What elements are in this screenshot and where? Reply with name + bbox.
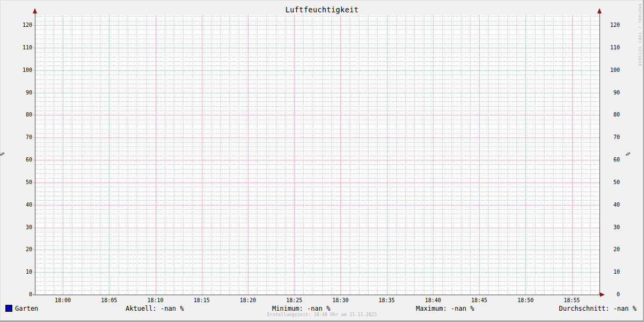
grid-minor-h xyxy=(35,88,599,89)
x-axis-label: 18:40 xyxy=(420,297,447,303)
y-axis-label-left: 120 xyxy=(10,23,32,28)
grid-major-h xyxy=(33,48,599,48)
grid-minor-h xyxy=(35,57,599,57)
grid-minor-h xyxy=(35,218,599,219)
grid-minor-v xyxy=(331,15,332,295)
grid-minor-h xyxy=(35,124,599,125)
grid-minor-v xyxy=(414,15,415,295)
grid-major-h xyxy=(33,93,599,93)
grid-minor-h xyxy=(35,39,599,39)
stat-aktuell: Aktuell: -nan % xyxy=(126,305,184,312)
grid-minor-h xyxy=(35,16,599,17)
x-axis-label: 18:00 xyxy=(49,297,76,303)
grid-minor-v xyxy=(303,15,304,295)
grid-minor-h xyxy=(35,209,599,210)
grid-minor-h xyxy=(35,259,599,259)
grid-major-h xyxy=(33,272,599,273)
grid-minor-h xyxy=(35,43,599,44)
x-axis-label: 18:30 xyxy=(327,297,354,303)
rrdtool-watermark: RRDTOOL / TOBI OETIKER xyxy=(638,4,642,67)
grid-minor-h xyxy=(35,101,599,102)
grid-minor-h xyxy=(35,241,599,241)
grid-major-h xyxy=(33,228,599,228)
grid-minor-h xyxy=(35,178,599,179)
grid-minor-v xyxy=(137,15,137,295)
grid-major-h xyxy=(33,205,599,206)
grid-minor-h xyxy=(35,214,599,214)
grid-minor-v xyxy=(211,15,211,295)
grid-minor-h xyxy=(35,34,599,35)
grid-minor-v xyxy=(165,15,165,295)
grid-major-v xyxy=(109,15,109,295)
grid-major-v xyxy=(525,15,526,295)
grid-minor-v xyxy=(470,15,471,295)
y-axis-label-right: 60 xyxy=(603,157,620,163)
y-axis-label-right: 20 xyxy=(603,247,620,252)
grid-major-v xyxy=(340,15,341,295)
grid-minor-h xyxy=(35,106,599,107)
y-axis-label-left: 40 xyxy=(10,202,32,208)
grid-minor-h xyxy=(35,65,599,66)
grid-minor-v xyxy=(45,15,45,295)
grid-minor-v xyxy=(100,15,100,295)
y-axis-label-right: 0 xyxy=(603,292,620,297)
grid-minor-v xyxy=(396,15,397,295)
grid-minor-h xyxy=(35,286,599,286)
y-axis-label-left: 80 xyxy=(10,112,32,118)
grid-minor-v xyxy=(220,15,221,295)
x-axis-label: 18:05 xyxy=(96,297,122,303)
y-axis-arrow-right xyxy=(597,8,602,13)
grid-minor-h xyxy=(35,79,599,80)
grid-minor-v xyxy=(544,15,545,295)
grid-major-h xyxy=(33,115,599,115)
grid-minor-h xyxy=(35,142,599,143)
y-axis-label-left: 10 xyxy=(10,269,32,275)
grid-minor-v xyxy=(257,15,258,295)
legend-swatch-garten xyxy=(5,305,12,312)
y-axis-label-left: 0 xyxy=(10,292,32,297)
y-axis-label-right: 100 xyxy=(603,68,620,73)
rrdtool-graph: Luftfeuchtigkeit RRDTOOL / TOBI OETIKER … xyxy=(0,0,644,322)
grid-minor-v xyxy=(174,15,174,295)
grid-minor-v xyxy=(276,15,276,295)
grid-minor-h xyxy=(35,200,599,201)
grid-minor-h xyxy=(35,169,599,170)
grid-minor-v xyxy=(229,15,230,295)
grid-minor-v xyxy=(239,15,239,295)
x-axis-label: 18:45 xyxy=(466,297,493,303)
y-axis-label-right: 90 xyxy=(603,90,620,96)
grid-minor-h xyxy=(35,75,599,75)
grid-minor-v xyxy=(313,15,313,295)
grid-minor-v xyxy=(350,15,350,295)
grid-minor-h xyxy=(35,97,599,98)
grid-minor-v xyxy=(322,15,323,295)
grid-minor-v xyxy=(72,15,72,295)
y-axis-left xyxy=(35,11,35,295)
y-axis-unit-left: % xyxy=(0,152,6,156)
grid-minor-h xyxy=(35,111,599,111)
grid-minor-h xyxy=(35,61,599,62)
grid-minor-v xyxy=(553,15,554,295)
grid-minor-h xyxy=(35,268,599,268)
grid-minor-h xyxy=(35,156,599,156)
creation-time: Erstellungszeit: 18:48 Uhr am 11.11.2025 xyxy=(0,312,644,317)
grid-minor-v xyxy=(488,15,489,295)
y-axis-label-right: 80 xyxy=(603,112,620,118)
y-axis-label-right: 30 xyxy=(603,225,620,230)
grid-minor-h xyxy=(35,245,599,246)
grid-minor-v xyxy=(54,15,54,295)
grid-minor-v xyxy=(424,15,425,295)
grid-minor-h xyxy=(35,129,599,129)
grid-minor-h xyxy=(35,84,599,84)
grid-minor-h xyxy=(35,147,599,147)
grid-major-h xyxy=(33,182,599,183)
grid-minor-v xyxy=(119,15,119,295)
grid-minor-v xyxy=(590,15,591,295)
x-axis-label: 18:20 xyxy=(235,297,261,303)
grid-minor-v xyxy=(451,15,452,295)
y-axis-right xyxy=(599,11,600,295)
grid-minor-h xyxy=(35,120,599,120)
y-axis-label-left: 70 xyxy=(10,135,32,140)
y-axis-label-left: 90 xyxy=(10,90,32,96)
grid-minor-h xyxy=(35,223,599,223)
